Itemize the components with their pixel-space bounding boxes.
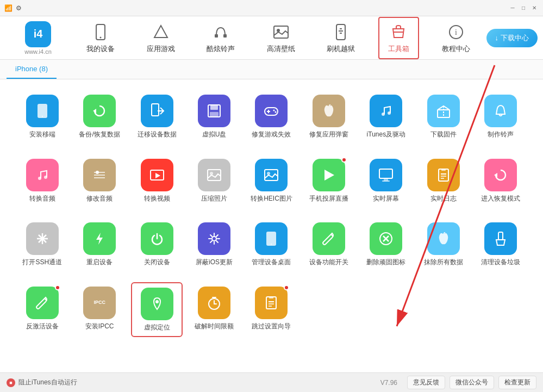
tool-item-fix-game[interactable]: 修复游戏失效 — [246, 90, 297, 144]
svg-point-25 — [388, 111, 391, 115]
svg-rect-15 — [152, 104, 159, 116]
app-store-icon — [151, 22, 171, 42]
tool-item-convert-heic[interactable]: 转换HEIC图片 — [246, 154, 297, 208]
tool-item-modify-audio[interactable]: 修改音频 — [73, 154, 125, 208]
tool-item-install-ipcc[interactable]: IPCC安装IPCC — [73, 282, 125, 338]
red-dot-anti-activation — [55, 285, 60, 290]
tool-item-backup-restore[interactable]: 备份/恢复数据 — [73, 90, 125, 144]
tool-item-install-app[interactable]: 安装移端 — [16, 90, 68, 144]
svg-marker-40 — [324, 170, 334, 181]
stop-itunes-icon[interactable]: ■ — [7, 378, 15, 387]
tool-icon-backup-restore — [83, 95, 116, 127]
tool-item-device-functions[interactable]: 设备功能开关 — [303, 218, 354, 271]
tool-item-ssh-tunnel[interactable]: 打开SSH通道 — [16, 218, 68, 271]
feedback-button[interactable]: 意见反馈 — [407, 376, 445, 389]
tool-icon-screen-live — [313, 159, 345, 191]
stop-itunes-label: 阻止iTunes自动运行 — [18, 378, 77, 387]
tool-item-screen-live[interactable]: 手机投屏直播 — [303, 154, 354, 208]
tool-item-shutdown-device[interactable]: 关闭设备 — [131, 218, 183, 271]
tool-item-virtual-location[interactable]: 虚拟定位 — [131, 282, 183, 338]
tool-item-realtime-screen[interactable]: 实时屏幕 — [360, 154, 412, 208]
titlebar-left: 📶 ⚙ — [4, 4, 22, 12]
tool-label-virtual-location: 虚拟定位 — [144, 323, 170, 332]
tool-item-migrate-data[interactable]: 迁移设备数据 — [131, 90, 183, 144]
tool-icon-break-time-limit — [198, 287, 230, 319]
tool-item-itunes-driver[interactable]: iTunes及驱动 — [360, 90, 412, 144]
wechat-button[interactable]: 微信公众号 — [450, 376, 494, 389]
tool-item-erase-all-data[interactable]: 抹除所有数据 — [417, 218, 469, 271]
device-tab-label: iPhone (8) — [15, 65, 48, 73]
maximize-button[interactable]: □ — [519, 4, 528, 13]
nav-my-device[interactable]: 我的设备 — [78, 18, 123, 58]
my-device-icon — [91, 22, 110, 42]
tool-label-compress-photo: 压缩照片 — [201, 195, 227, 203]
nav-wallpaper-label: 高清壁纸 — [267, 44, 295, 54]
version-label: V7.96 — [380, 379, 397, 387]
tool-item-download-firmware[interactable]: 下载固件 — [417, 90, 469, 144]
svg-rect-67 — [266, 297, 276, 309]
tool-icon-erase-all-data — [427, 222, 460, 255]
nav-items: 我的设备 应用游戏 酷炫铃声 高清壁纸 刷机越狱 — [71, 17, 486, 59]
tool-item-delete-stubborn-icon[interactable]: 删除顽固图标 — [360, 218, 412, 271]
tool-label-realtime-screen: 实时屏幕 — [373, 195, 399, 203]
device-tab-bar: iPhone (8) — [0, 60, 543, 79]
tool-item-break-time-limit[interactable]: 破解时间限额 — [188, 282, 240, 338]
tool-icon-virtual-udisk — [198, 95, 230, 127]
tool-item-make-ringtone[interactable]: 制作铃声 — [475, 90, 527, 144]
tool-item-reboot-device[interactable]: 重启设备 — [73, 218, 125, 271]
tool-icon-install-ipcc: IPCC — [83, 287, 116, 319]
tool-item-manage-desktop[interactable]: 管理设备桌面 — [246, 218, 297, 271]
tool-label-install-ipcc: 安装IPCC — [85, 322, 114, 331]
tool-item-anti-activation[interactable]: 反激活设备 — [16, 282, 68, 338]
tool-item-convert-video[interactable]: 转换视频 — [131, 154, 183, 208]
nav-app-store[interactable]: 应用游戏 — [138, 18, 184, 58]
svg-rect-26 — [438, 110, 450, 117]
nav-ringtone-label: 酷炫铃声 — [207, 44, 235, 54]
tool-item-block-ios-update[interactable]: 屏蔽iOS更新 — [188, 218, 240, 271]
tool-label-virtual-udisk: 虚拟U盘 — [202, 130, 227, 139]
download-center-button[interactable]: ↓ 下载中心 — [486, 29, 538, 47]
tool-label-ssh-tunnel: 打开SSH通道 — [22, 258, 62, 267]
tool-icon-clean-junk — [484, 222, 517, 255]
tool-icon-shutdown-device — [141, 222, 173, 255]
tools-grid: 安装移端备份/恢复数据迁移设备数据虚拟U盘修复游戏失效修复应用弹窗iTunes及… — [16, 90, 527, 337]
svg-rect-60 — [498, 232, 503, 240]
svg-point-13 — [42, 116, 43, 117]
tool-label-jump-settings: 跳过设置向导 — [252, 322, 291, 331]
nav-tutorial[interactable]: i 教程中心 — [433, 18, 479, 58]
tool-item-clean-junk[interactable]: 清理设备垃圾 — [475, 218, 527, 271]
tool-label-erase-all-data: 抹除所有数据 — [424, 258, 463, 267]
tool-label-delete-stubborn-icon: 删除顽固图标 — [366, 258, 405, 267]
nav-tutorial-label: 教程中心 — [442, 44, 470, 54]
close-button[interactable]: ✕ — [530, 4, 539, 13]
tool-item-compress-photo[interactable]: 压缩照片 — [188, 154, 240, 208]
wallpaper-icon — [271, 22, 291, 42]
tool-item-convert-audio[interactable]: 转换音频 — [16, 154, 68, 208]
tool-label-itunes-driver: iTunes及驱动 — [367, 130, 406, 139]
tool-label-block-ios-update: 屏蔽iOS更新 — [196, 258, 233, 267]
tool-label-shutdown-device: 关闭设备 — [144, 258, 170, 267]
footer-left: ■ 阻止iTunes自动运行 — [7, 378, 77, 387]
minimize-button[interactable]: ─ — [508, 4, 517, 13]
tool-icon-virtual-location — [141, 288, 173, 320]
svg-rect-4 — [215, 34, 218, 38]
tool-item-virtual-udisk[interactable]: 虚拟U盘 — [188, 90, 240, 144]
tool-icon-fix-game — [255, 95, 288, 127]
tool-label-convert-audio: 转换音频 — [29, 195, 55, 203]
tool-label-break-time-limit: 破解时间限额 — [195, 322, 234, 331]
tool-label-device-functions: 设备功能开关 — [309, 258, 348, 267]
nav-toolbox[interactable]: 工具箱 — [378, 17, 419, 59]
tool-item-recovery-mode[interactable]: 进入恢复模式 — [475, 154, 527, 208]
tool-icon-device-functions — [313, 222, 345, 255]
red-dot-jump-settings — [284, 285, 289, 290]
tool-item-realtime-log[interactable]: 实时日志 — [417, 154, 469, 208]
tool-icon-jump-settings — [255, 287, 288, 319]
nav-jailbreak[interactable]: 刷机越狱 — [318, 18, 364, 58]
svg-point-54 — [212, 237, 216, 241]
check-update-button[interactable]: 检查更新 — [498, 376, 536, 389]
nav-ringtone[interactable]: 酷炫铃声 — [198, 18, 244, 58]
tool-item-fix-app-popup[interactable]: 修复应用弹窗 — [303, 90, 354, 144]
tool-item-jump-settings[interactable]: 跳过设置向导 — [246, 282, 297, 338]
nav-wallpaper[interactable]: 高清壁纸 — [258, 18, 304, 58]
device-tab-iphone[interactable]: iPhone (8) — [7, 60, 57, 79]
